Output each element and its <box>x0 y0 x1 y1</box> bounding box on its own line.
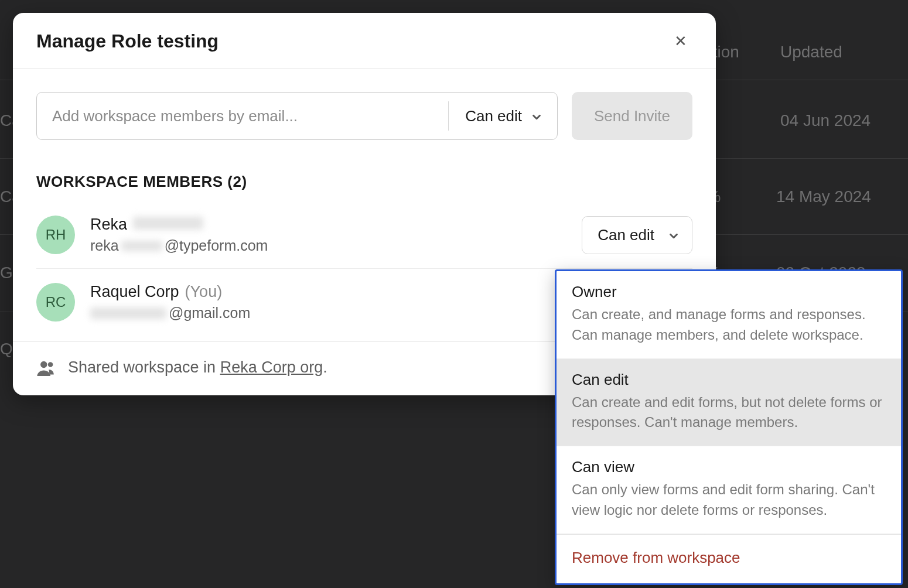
chevron-down-icon <box>530 110 543 122</box>
email-prefix: reka <box>90 237 119 254</box>
you-tag: (You) <box>185 283 223 301</box>
member-role-select[interactable]: Can edit <box>582 216 692 254</box>
invite-role-select[interactable]: Can edit <box>449 93 557 139</box>
member-email: reka @typeform.com <box>90 237 566 254</box>
role-option-desc: Can create and edit forms, but not delet… <box>572 392 886 433</box>
member-name-text: Raquel Corp <box>90 283 179 301</box>
redacted-text <box>133 217 203 230</box>
email-suffix: @gmail.com <box>169 305 250 322</box>
redacted-text <box>90 307 166 319</box>
role-option-desc: Can create, and manage forms and respons… <box>572 305 886 346</box>
remove-from-workspace[interactable]: Remove from workspace <box>557 534 901 583</box>
role-option-desc: Can only view forms and edit form sharin… <box>572 480 886 521</box>
invite-role-label: Can edit <box>465 107 522 125</box>
svg-point-0 <box>40 361 47 367</box>
column-updated: Updated <box>780 43 842 61</box>
close-icon: ✕ <box>674 32 687 50</box>
bg-row-updated: 14 May 2024 <box>776 187 871 206</box>
invite-email-input[interactable] <box>37 93 448 139</box>
avatar: RH <box>36 216 75 254</box>
modal-title: Manage Role testing <box>36 30 219 52</box>
members-section-label: WORKSPACE MEMBERS (2) <box>36 173 692 191</box>
modal-header: Manage Role testing ✕ <box>13 13 716 69</box>
member-name-text: Reka <box>90 216 127 234</box>
org-link[interactable]: Reka Corp org <box>220 358 323 376</box>
bg-row-updated: 04 Jun 2024 <box>780 111 871 130</box>
close-button[interactable]: ✕ <box>669 29 692 53</box>
member-info: Reka reka @typeform.com <box>90 216 566 254</box>
redacted-text <box>121 241 162 251</box>
member-row: RH Reka reka @typeform.com Can edit <box>36 201 692 269</box>
member-name: Reka <box>90 216 566 234</box>
role-option-title: Can view <box>572 458 886 476</box>
role-option-title: Owner <box>572 283 886 301</box>
avatar: RC <box>36 283 75 322</box>
footer-text-before: Shared workspace in <box>68 358 220 376</box>
chevron-down-icon <box>667 228 680 241</box>
role-option-can-edit[interactable]: Can edit Can create and edit forms, but … <box>557 359 901 447</box>
svg-point-1 <box>48 362 53 367</box>
email-suffix: @typeform.com <box>165 237 268 254</box>
invite-row: Can edit Send Invite <box>36 92 692 140</box>
role-option-can-view[interactable]: Can view Can only view forms and edit fo… <box>557 446 901 534</box>
member-role-label: Can edit <box>598 226 654 244</box>
people-icon <box>36 360 56 376</box>
send-invite-button[interactable]: Send Invite <box>572 92 692 140</box>
footer-text-after: . <box>323 358 327 376</box>
role-dropdown: Owner Can create, and manage forms and r… <box>555 269 903 585</box>
role-option-title: Can edit <box>572 371 886 389</box>
role-option-owner[interactable]: Owner Can create, and manage forms and r… <box>557 271 901 359</box>
footer-text: Shared workspace in Reka Corp org. <box>68 358 327 377</box>
invite-box: Can edit <box>36 92 558 140</box>
